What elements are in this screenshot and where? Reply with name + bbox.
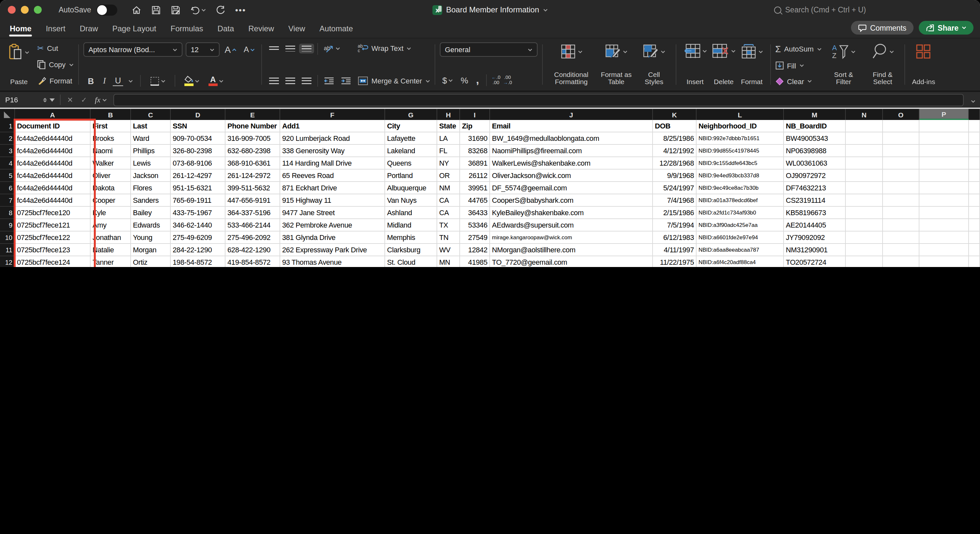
- tab-page-layout[interactable]: Page Layout: [105, 19, 164, 38]
- cell-B11[interactable]: Natalie: [91, 244, 131, 256]
- cell-O10[interactable]: [883, 231, 920, 244]
- comments-button[interactable]: Comments: [851, 21, 913, 35]
- close-window-button[interactable]: [8, 6, 16, 14]
- cell-styles-button[interactable]: Cell Styles: [637, 42, 671, 87]
- cell-K11[interactable]: 4/11/1997: [653, 244, 697, 256]
- tab-review[interactable]: Review: [241, 19, 281, 38]
- fill-button[interactable]: Fill: [775, 61, 821, 70]
- cell-D1[interactable]: SSN: [171, 120, 226, 132]
- column-header-E[interactable]: E: [226, 109, 280, 120]
- column-header-F[interactable]: F: [280, 109, 385, 120]
- cell-B4[interactable]: Walker: [91, 157, 131, 169]
- cell-x8[interactable]: [969, 207, 980, 219]
- cell-E8[interactable]: 364-337-5196: [226, 207, 280, 219]
- cell-C12[interactable]: Ortiz: [131, 256, 171, 267]
- cell-x11[interactable]: [969, 244, 980, 256]
- cell-A9[interactable]: 0725bcf7fece121: [15, 219, 91, 231]
- insert-cells-button[interactable]: Insert: [681, 42, 709, 87]
- insert-function-button[interactable]: fx: [95, 95, 107, 105]
- cell-D12[interactable]: 198-54-8572: [171, 256, 226, 267]
- cancel-entry-button[interactable]: ✕: [67, 96, 73, 104]
- cell-B8[interactable]: Kyle: [91, 207, 131, 219]
- cell-D11[interactable]: 284-22-1290: [171, 244, 226, 256]
- row-header-9[interactable]: 9: [0, 219, 15, 231]
- merge-center-button[interactable]: Merge & Center: [358, 76, 430, 85]
- increase-indent-button[interactable]: [338, 75, 354, 87]
- cell-K6[interactable]: 5/24/1997: [653, 182, 697, 194]
- cell-N4[interactable]: [846, 157, 883, 169]
- cell-P8[interactable]: [920, 207, 969, 219]
- cell-G3[interactable]: Lakeland: [385, 145, 437, 157]
- cell-P10[interactable]: [920, 231, 969, 244]
- cell-L3[interactable]: NBID:99d855c41978445: [697, 145, 784, 157]
- tab-formulas[interactable]: Formulas: [164, 19, 210, 38]
- cell-P12[interactable]: [920, 256, 969, 267]
- cell-x9[interactable]: [969, 219, 980, 231]
- cell-A1[interactable]: Document ID: [15, 120, 91, 132]
- tab-insert[interactable]: Insert: [39, 19, 73, 38]
- name-box-dropdown-icon[interactable]: [49, 98, 55, 101]
- cell-x12[interactable]: [969, 256, 980, 267]
- cell-E10[interactable]: 275-496-2092: [226, 231, 280, 244]
- addins-button[interactable]: Add-ins: [909, 42, 938, 87]
- name-box-stepper[interactable]: [43, 97, 47, 102]
- cell-K1[interactable]: DOB: [653, 120, 697, 132]
- column-header-O[interactable]: O: [883, 109, 920, 120]
- cell-C11[interactable]: Morgan: [131, 244, 171, 256]
- cell-J8[interactable]: KyleBailey@shakenbake.com: [490, 207, 653, 219]
- delete-cells-button[interactable]: Delete: [709, 42, 738, 87]
- cell-K3[interactable]: 4/12/1992: [653, 145, 697, 157]
- cell-J7[interactable]: CooperS@babyshark.com: [490, 194, 653, 207]
- cell-x7[interactable]: [969, 194, 980, 207]
- cell-P9[interactable]: [920, 219, 969, 231]
- cell-F4[interactable]: 114 Harding Mall Drive: [280, 157, 385, 169]
- font-name-select[interactable]: Aptos Narrow (Bod...: [83, 42, 182, 57]
- more-icon[interactable]: •••: [235, 5, 246, 15]
- cell-G10[interactable]: Memphis: [385, 231, 437, 244]
- align-center-button[interactable]: [283, 75, 298, 86]
- format-painter-button[interactable]: Format: [37, 76, 73, 85]
- cell-F5[interactable]: 65 Reeves Road: [280, 169, 385, 182]
- row-header-8[interactable]: 8: [0, 207, 15, 219]
- cell-P4[interactable]: [920, 157, 969, 169]
- column-header-C[interactable]: C: [131, 109, 171, 120]
- cell-D9[interactable]: 346-62-1440: [171, 219, 226, 231]
- cell-L11[interactable]: NBID:a6aa8eeabcaa787: [697, 244, 784, 256]
- conditional-formatting-button[interactable]: Conditional Formatting: [547, 42, 595, 87]
- column-header-A[interactable]: A: [15, 109, 91, 120]
- cell-D8[interactable]: 433-75-1967: [171, 207, 226, 219]
- cell-H7[interactable]: CA: [437, 194, 460, 207]
- tab-home[interactable]: Home: [3, 19, 39, 38]
- name-box[interactable]: P16: [0, 96, 60, 104]
- cell-J9[interactable]: AEdwards@supersuit.com: [490, 219, 653, 231]
- cell-K12[interactable]: 11/22/1975: [653, 256, 697, 267]
- cell-L1[interactable]: Neighborhood_ID: [697, 120, 784, 132]
- cell-D7[interactable]: 765-69-1911: [171, 194, 226, 207]
- row-header-12[interactable]: 12: [0, 256, 15, 267]
- cell-A8[interactable]: 0725bcf7fece120: [15, 207, 91, 219]
- cell-O4[interactable]: [883, 157, 920, 169]
- tab-data[interactable]: Data: [210, 19, 242, 38]
- cell-K7[interactable]: 7/4/1968: [653, 194, 697, 207]
- column-header-N[interactable]: N: [846, 109, 883, 120]
- cell-K8[interactable]: 2/15/1986: [653, 207, 697, 219]
- cell-F6[interactable]: 871 Eckhart Drive: [280, 182, 385, 194]
- cell-N2[interactable]: [846, 132, 883, 145]
- cell-O12[interactable]: [883, 256, 920, 267]
- share-button[interactable]: Share: [919, 21, 974, 35]
- cell-M12[interactable]: TO20572724: [784, 256, 846, 267]
- cell-H2[interactable]: LA: [437, 132, 460, 145]
- column-header-P[interactable]: P: [920, 109, 969, 120]
- formula-bar-expand-icon[interactable]: [966, 94, 980, 106]
- cell-F2[interactable]: 920 Lumberjack Road: [280, 132, 385, 145]
- cell-E6[interactable]: 399-511-5632: [226, 182, 280, 194]
- cell-N5[interactable]: [846, 169, 883, 182]
- cell-x4[interactable]: [969, 157, 980, 169]
- cell-H6[interactable]: NM: [437, 182, 460, 194]
- cell-G7[interactable]: Van Nuys: [385, 194, 437, 207]
- column-header-J[interactable]: J: [490, 109, 653, 120]
- cell-J2[interactable]: BW_1649@medullaoblongata.com: [490, 132, 653, 145]
- cell-N1[interactable]: [846, 120, 883, 132]
- cell-A4[interactable]: fc44a2e6d44440d: [15, 157, 91, 169]
- cell-M7[interactable]: CS23191114: [784, 194, 846, 207]
